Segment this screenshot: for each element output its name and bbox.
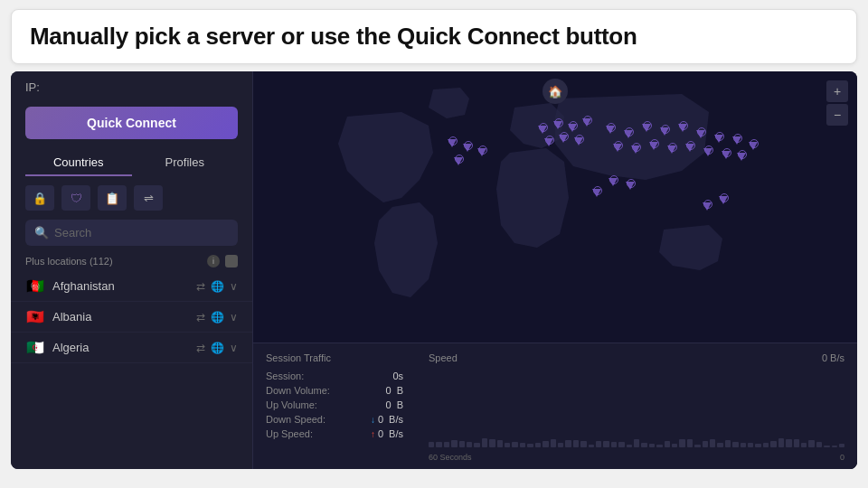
country-name-albania: Albania	[52, 310, 189, 324]
server-marker-1[interactable]	[538, 126, 547, 134]
arrow-up-icon: ↑	[371, 429, 375, 439]
bar-32	[672, 444, 677, 447]
server-marker-8[interactable]	[606, 126, 615, 134]
bar-52	[824, 446, 829, 447]
server-marker-27[interactable]	[749, 142, 758, 150]
bar-41	[741, 443, 746, 447]
tab-profiles[interactable]: Profiles	[132, 150, 239, 176]
bar-17	[558, 443, 563, 447]
bar-49	[801, 443, 807, 447]
stat-value-session: 0s	[392, 371, 403, 381]
chevron-algeria[interactable]: ∨	[230, 342, 238, 354]
search-input[interactable]	[54, 226, 229, 239]
globe-icon-afghanistan[interactable]: 🌐	[211, 280, 224, 293]
bar-48	[794, 439, 799, 447]
heading-bar: Manually pick a server or use the Quick …	[11, 9, 857, 64]
stat-row-down-speed: Down Speed: ↓ 0 B/s	[266, 414, 403, 425]
bar-43	[755, 444, 760, 447]
server-marker-24[interactable]	[477, 148, 486, 156]
chevron-afghanistan[interactable]: ∨	[230, 280, 238, 293]
server-marker-25[interactable]	[454, 157, 463, 165]
bar-22	[596, 441, 601, 447]
reconnect-icon-afghanistan[interactable]: ⇄	[196, 280, 205, 293]
server-marker-32[interactable]	[703, 202, 712, 211]
server-marker-30[interactable]	[609, 178, 618, 186]
stat-row-up-volume: Up Volume: 0 B	[266, 399, 403, 410]
stat-row-up-speed: Up Speed: ↑ 0 B/s	[266, 428, 403, 439]
bar-10	[505, 443, 510, 447]
filter-router-icon[interactable]: ⇌	[134, 185, 163, 211]
server-marker-33[interactable]	[719, 196, 728, 204]
right-panel: 🏠 + −	[253, 71, 857, 469]
server-marker-23[interactable]	[463, 144, 472, 152]
country-actions-afghanistan: ⇄ 🌐 ∨	[196, 280, 238, 293]
bar-46	[778, 438, 784, 447]
country-item-albania[interactable]: 🇦🇱 Albania ⇄ 🌐 ∨	[11, 302, 252, 333]
bar-45	[770, 441, 776, 447]
screenshot-container: IP: Quick Connect Countries Profiles 🔒 🛡…	[11, 71, 857, 469]
server-marker-11[interactable]	[660, 127, 669, 136]
bar-53	[832, 446, 837, 447]
info-icon[interactable]: i	[207, 255, 220, 267]
server-marker-6[interactable]	[559, 135, 568, 143]
globe-icon-albania[interactable]: 🌐	[211, 311, 224, 324]
country-name-algeria: Algeria	[52, 341, 189, 354]
expand-icon[interactable]	[225, 255, 238, 267]
bar-14	[535, 443, 541, 447]
country-item-algeria[interactable]: 🇩🇿 Algeria ⇄ 🌐 ∨	[11, 333, 252, 363]
stat-row-session: Session: 0s	[266, 371, 403, 381]
zoom-out-button[interactable]: −	[826, 104, 848, 126]
globe-icon-algeria[interactable]: 🌐	[211, 342, 224, 354]
server-marker-5[interactable]	[544, 138, 553, 146]
server-marker-28[interactable]	[737, 153, 746, 161]
bar-29	[649, 444, 655, 447]
server-marker-29[interactable]	[592, 189, 601, 197]
server-marker-3[interactable]	[568, 124, 577, 132]
server-marker-10[interactable]	[642, 124, 651, 132]
tab-countries[interactable]: Countries	[25, 150, 132, 176]
server-marker-7[interactable]	[574, 137, 583, 145]
page-title: Manually pick a server or use the Quick …	[30, 23, 838, 51]
country-item-afghanistan[interactable]: 🇦🇫 Afghanistan ⇄ 🌐 ∨	[11, 271, 252, 302]
server-marker-4[interactable]	[582, 118, 591, 127]
filter-profile-icon[interactable]: 📋	[98, 185, 127, 211]
server-marker-15[interactable]	[613, 144, 622, 152]
bar-28	[641, 443, 646, 447]
reconnect-icon-algeria[interactable]: ⇄	[196, 342, 205, 354]
server-marker-21[interactable]	[722, 151, 731, 159]
chart-label-right: 0	[840, 453, 844, 462]
server-marker-9[interactable]	[624, 130, 633, 138]
country-name-afghanistan: Afghanistan	[52, 279, 189, 293]
flag-algeria: 🇩🇿	[25, 341, 45, 354]
chart-label-left: 60 Seconds	[429, 453, 472, 462]
stat-label-up-speed: Up Speed:	[266, 428, 313, 439]
server-marker-13[interactable]	[696, 130, 705, 138]
server-marker-31[interactable]	[626, 182, 635, 190]
server-marker-19[interactable]	[685, 144, 694, 152]
server-marker-12[interactable]	[678, 124, 687, 132]
reconnect-icon-albania[interactable]: ⇄	[196, 311, 205, 324]
bar-3	[451, 440, 457, 447]
bar-24	[611, 442, 617, 447]
server-marker-16[interactable]	[631, 145, 640, 154]
server-marker-26[interactable]	[732, 136, 741, 145]
server-marker-22[interactable]	[448, 139, 457, 147]
flag-afghanistan: 🇦🇫	[25, 279, 45, 293]
bar-20	[580, 441, 586, 447]
server-marker-18[interactable]	[667, 145, 676, 154]
country-list: 🇦🇫 Afghanistan ⇄ 🌐 ∨ 🇦🇱 Albania ⇄ 🌐 ∨	[11, 271, 252, 469]
filter-vpn-icon[interactable]: 🛡	[61, 185, 90, 211]
server-marker-17[interactable]	[649, 142, 658, 150]
server-marker-20[interactable]	[703, 148, 712, 156]
filter-secure-icon[interactable]: 🔒	[25, 185, 54, 211]
zoom-in-button[interactable]: +	[826, 80, 848, 102]
plus-locations-row: Plus locations (112) i	[11, 251, 252, 271]
server-marker-2[interactable]	[553, 121, 562, 129]
chevron-albania[interactable]: ∨	[230, 311, 238, 324]
home-icon[interactable]: 🏠	[542, 79, 568, 104]
quick-connect-button[interactable]: Quick Connect	[25, 107, 238, 139]
stat-label-up-volume: Up Volume:	[266, 399, 317, 410]
bar-16	[551, 439, 556, 447]
bar-26	[627, 445, 632, 447]
server-marker-14[interactable]	[714, 135, 723, 143]
